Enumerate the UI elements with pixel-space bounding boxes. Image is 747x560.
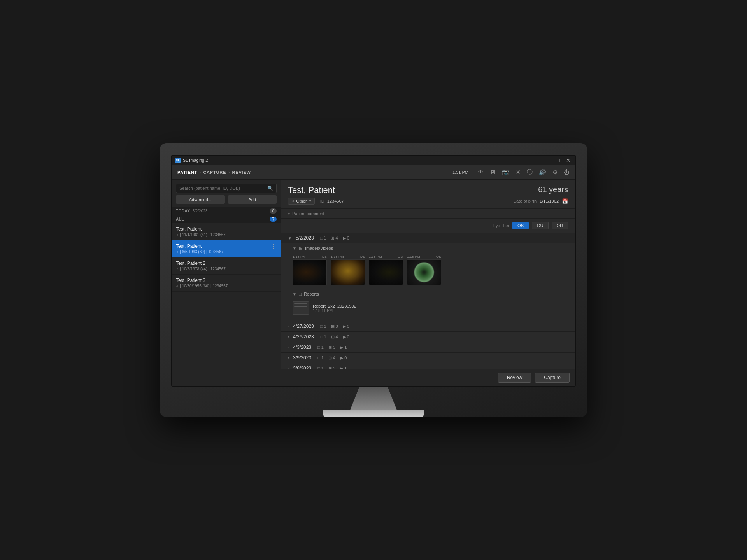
eye-image-2[interactable] (331, 259, 365, 285)
add-button[interactable]: Add (228, 195, 277, 204)
session-date-mar9: 3/9/2023 (293, 355, 311, 360)
session-row-apr3[interactable]: › 4/3/2023 □ 1 ⊞ 3 ▶ 1 (281, 342, 575, 353)
maximize-button[interactable]: □ (555, 158, 561, 163)
eye-icon[interactable]: 👁 (478, 169, 484, 175)
today-section-header: TODAY 5/2/2023 0 (172, 207, 281, 215)
monitor-icon[interactable]: 🖥 (490, 169, 496, 175)
eye-image-3[interactable] (369, 259, 403, 285)
settings-icon[interactable]: ⚙ (552, 169, 558, 176)
patient-meta-3: ♂ | 10/30/1956 (66) | 1234567 (176, 284, 277, 288)
minimize-button[interactable]: — (544, 158, 552, 163)
patient-item-selected[interactable]: Test, Patient ♀ | 6/5/1963 (60) | 123456… (172, 240, 281, 257)
close-button[interactable]: ✕ (565, 158, 572, 163)
today-date: 5/2/2023 (192, 209, 207, 213)
breadcrumb: PATIENT › CAPTURE › REVIEW (177, 170, 251, 175)
patient-name-selected: Test, Patient (176, 243, 223, 249)
session-r-count-apr27: □ 1 (320, 324, 326, 329)
all-count: 7 (270, 217, 277, 222)
session-date-apr27: 4/27/2023 (293, 324, 314, 329)
session-counts-apr3: □ 1 ⊞ 3 ▶ 1 (317, 345, 347, 350)
session-r-count-mar9: □ 1 (317, 355, 324, 360)
eye-filter-label: Eye filter (493, 223, 509, 228)
volume-icon[interactable]: 🔊 (539, 169, 546, 176)
session-chevron-apr27: › (288, 324, 289, 329)
monitor-stand (350, 387, 397, 410)
review-button[interactable]: Review (498, 373, 531, 383)
thumb-meta-4: 1:18 PM OS (407, 255, 441, 259)
monitor-base (323, 410, 424, 417)
search-input[interactable] (179, 186, 265, 191)
app-title: SL Imaging 2 (183, 158, 208, 163)
advanced-button[interactable]: Advanced... (176, 195, 225, 204)
title-bar-left: SL SL Imaging 2 (175, 158, 208, 163)
eye-filter-os[interactable]: OS (512, 222, 529, 229)
thumb-meta-3: 1:18 PM OD (369, 255, 403, 259)
power-icon[interactable]: ⏻ (564, 169, 570, 175)
patient-title: Test, Patient (288, 185, 335, 195)
nav-step-review[interactable]: REVIEW (232, 170, 251, 175)
id-value: 1234567 (327, 199, 344, 203)
patient-list: Test, Patient ♀ | 11/1/1961 (61) | 12345… (172, 223, 281, 386)
report-item[interactable]: Report_2x2_20230502 1:18:11 PM (293, 299, 568, 317)
today-label: TODAY (176, 209, 190, 213)
session-row-apr27[interactable]: › 4/27/2023 □ 1 ⊞ 3 ▶ 0 (281, 321, 575, 332)
patient-comment-label: Patient comment (292, 211, 324, 216)
patient-item-2[interactable]: Test, Patient 2 ♀ | 10/8/1978 (44) | 123… (172, 257, 281, 275)
capture-button[interactable]: Capture (535, 373, 570, 383)
eye-image-4[interactable] (407, 259, 441, 285)
patient-item[interactable]: Test, Patient ♀ | 11/1/1961 (61) | 12345… (172, 223, 281, 240)
session-counts-apr27: □ 1 ⊞ 3 ▶ 0 (320, 324, 349, 329)
help-icon[interactable]: ⓘ (527, 168, 533, 176)
patient-header: Test, Patient 61 years ♀ Other ▾ ID (281, 180, 575, 209)
reports-section: ▼ □ Reports (281, 289, 575, 321)
reports-header[interactable]: ▼ □ Reports (293, 289, 568, 299)
reports-label: Reports (304, 292, 319, 296)
breadcrumb-chevron-2: › (228, 170, 230, 174)
today-count: 0 (270, 208, 277, 214)
window-controls: — □ ✕ (544, 158, 572, 163)
session-chevron-mar9: › (288, 356, 289, 360)
session-v-count-mar8: ▶ 1 (340, 366, 347, 369)
session-row-mar8[interactable]: › 3/8/2023 □ 1 ⊞ 3 ▶ 1 (281, 363, 575, 369)
gender-badge[interactable]: ♀ Other ▾ (288, 198, 315, 205)
more-options-icon[interactable]: ⋮ (270, 243, 277, 250)
thumb-eye-3: OD (398, 255, 403, 259)
reports-section-chevron: ▼ (293, 292, 296, 296)
session-chevron-apr3: › (288, 345, 289, 350)
patient-meta-2: ♀ | 10/8/1978 (44) | 1234567 (176, 267, 277, 271)
sidebar: 🔍 Advanced... Add TODAY 5/2/2023 0 (172, 180, 281, 386)
session-i-count-apr3: ⊞ 3 (328, 345, 335, 350)
eye-filter-ou[interactable]: OU (532, 222, 549, 229)
calendar-icon[interactable]: 📅 (562, 198, 568, 204)
gender-dropdown-icon: ▾ (309, 199, 311, 203)
camera-icon[interactable]: 📷 (502, 169, 509, 176)
session-r-count-apr26: □ 1 (320, 334, 326, 339)
nav-step-patient[interactable]: PATIENT (177, 170, 197, 175)
session-row-mar9[interactable]: › 3/9/2023 □ 1 ⊞ 4 ▶ 0 (281, 353, 575, 363)
nav-step-capture[interactable]: CAPTURE (203, 170, 226, 175)
eye-image-1[interactable] (293, 259, 327, 285)
session-video-count: ▶ 0 (343, 236, 349, 241)
patient-comment[interactable]: ▾ Patient comment (281, 209, 575, 219)
eye-filter-bar: Eye filter OS OU OD (281, 219, 575, 233)
session-row-apr26[interactable]: › 4/26/2023 □ 1 ⊞ 4 ▶ 0 (281, 332, 575, 342)
app-icon: SL (175, 158, 181, 163)
eye-filter-od[interactable]: OD (552, 222, 568, 229)
session-chevron-apr26: › (288, 335, 289, 339)
thumb-eye-4: OS (436, 255, 441, 259)
patient-item-3[interactable]: Test, Patient 3 ♂ | 10/30/1956 (66) | 12… (172, 275, 281, 292)
images-videos-header[interactable]: ▼ ⊞ Images/Videos (293, 243, 568, 253)
current-time: 1:31 PM (452, 170, 468, 175)
content-area: Test, Patient 61 years ♀ Other ▾ ID (281, 180, 575, 386)
report-thumb-line-4 (294, 308, 301, 308)
session-date-mar8: 3/8/2023 (293, 366, 311, 369)
brightness-icon[interactable]: ☀ (516, 169, 521, 176)
all-section-header: ALL 7 (172, 215, 281, 223)
bottom-bar: Review Capture (281, 369, 575, 386)
patient-name-2: Test, Patient 2 (176, 261, 277, 266)
session-header-expanded[interactable]: ▼ 5/2/2023 □ 1 ⊞ 4 ▶ 0 (281, 233, 575, 243)
images-videos-label: Images/Videos (305, 246, 333, 250)
breadcrumb-chevron-1: › (200, 170, 201, 174)
image-grid: 1:18 PM OS 1:18 PM OS (293, 255, 568, 285)
thumb-meta-2: 1:18 PM OS (331, 255, 365, 259)
